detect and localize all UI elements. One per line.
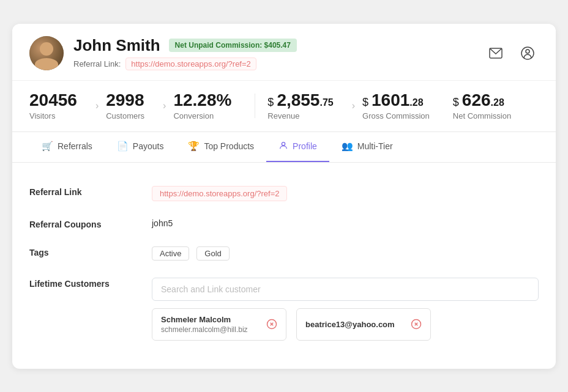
stat-gross-commission-label: Gross Commission: [362, 111, 430, 120]
commission-badge: Net Unpaid Commission: $405.47: [169, 39, 297, 52]
stat-gross-commission: $ 1601.28 Gross Commission: [362, 92, 441, 120]
customer-info-1: Schmeler Malcolm schmeler.malcolm@hill.b…: [161, 315, 248, 334]
referral-coupons-value: john5: [152, 218, 539, 228]
user-button[interactable]: [517, 42, 539, 64]
svg-point-3: [282, 142, 285, 145]
remove-customer-2-button[interactable]: [411, 319, 422, 330]
referral-coupons-label: Referral Coupons: [29, 218, 127, 229]
header-referral-row: Referral Link: https://demo.storeapps.or…: [73, 57, 297, 70]
svg-point-2: [526, 50, 529, 53]
stat-conversion-label: Conversion: [173, 111, 214, 120]
header-section: John Smith Net Unpaid Commission: $405.4…: [12, 24, 556, 81]
referral-link-field-label: Referral Link: [29, 186, 127, 197]
stat-visitors: 20456 Visitors: [29, 92, 88, 120]
tag-gold: Gold: [196, 246, 229, 261]
customer-info-2: beatrice13@yahoo.com: [305, 320, 395, 329]
stats-divider: [255, 94, 255, 118]
stat-customers-value: 2998: [106, 92, 144, 109]
stat-visitors-label: Visitors: [29, 111, 55, 120]
tabs-nav: 🛒 Referrals 📄 Payouts 🏆 Top Products Pro…: [12, 132, 556, 163]
header-left: John Smith Net Unpaid Commission: $405.4…: [29, 36, 297, 70]
search-customer-input[interactable]: [152, 278, 539, 301]
stat-conversion: 12.28% Conversion: [173, 92, 242, 120]
referral-link-badge: https://demo.storeapps.org/?ref=2: [152, 186, 287, 201]
lifetime-customers-value: Schmeler Malcolm schmeler.malcolm@hill.b…: [152, 278, 539, 341]
tab-multi-tier[interactable]: 👥 Multi-Tier: [329, 132, 405, 162]
tab-referrals-label: Referrals: [58, 141, 92, 151]
tab-payouts[interactable]: 📄 Payouts: [105, 132, 176, 162]
stat-net-commission: $ 626.28 Net Commission: [441, 92, 522, 120]
mail-button[interactable]: [485, 42, 507, 64]
arrow-icon-2: ›: [155, 100, 173, 111]
tab-profile[interactable]: Profile: [266, 132, 329, 162]
stat-visitors-value: 20456: [29, 92, 77, 109]
tags-value: Active Gold: [152, 246, 539, 261]
document-icon: 📄: [117, 141, 129, 152]
referral-link-field-value: https://demo.storeapps.org/?ref=2: [152, 186, 539, 201]
stat-revenue: $ 2,855.75 Revenue: [267, 92, 344, 120]
tab-profile-label: Profile: [293, 141, 317, 151]
cart-icon: 🛒: [42, 141, 53, 152]
stat-customers: 2998 Customers: [106, 92, 155, 120]
header-name-row: John Smith Net Unpaid Commission: $405.4…: [73, 36, 297, 55]
arrow-icon-3: ›: [345, 100, 362, 111]
stat-gross-commission-value: $ 1601.28: [362, 92, 424, 109]
stat-customers-label: Customers: [106, 111, 144, 120]
profile-row-coupons: Referral Coupons john5: [29, 210, 539, 238]
tab-referrals[interactable]: 🛒 Referrals: [29, 132, 105, 162]
customer-cards-list: Schmeler Malcolm schmeler.malcolm@hill.b…: [152, 308, 539, 341]
profile-content: Referral Link https://demo.storeapps.org…: [12, 163, 556, 369]
lifetime-customers-label: Lifetime Customers: [29, 278, 127, 289]
customer-email-1: schmeler.malcolm@hill.biz: [161, 325, 248, 334]
customer-name-2: beatrice13@yahoo.com: [305, 320, 395, 329]
arrow-icon-1: ›: [88, 100, 106, 111]
stat-net-commission-value: $ 626.28: [453, 92, 504, 109]
coupon-code: john5: [152, 218, 173, 228]
remove-customer-1-button[interactable]: [266, 319, 277, 330]
referral-link-url: https://demo.storeapps.org/?ref=2: [125, 57, 256, 70]
stat-conversion-value: 12.28%: [173, 92, 231, 109]
main-card: John Smith Net Unpaid Commission: $405.4…: [12, 24, 556, 369]
user-name: John Smith: [73, 36, 160, 55]
customer-name-1: Schmeler Malcolm: [161, 315, 248, 324]
header-info: John Smith Net Unpaid Commission: $405.4…: [73, 36, 297, 70]
tab-top-products-label: Top Products: [204, 141, 254, 151]
tags-label: Tags: [29, 246, 127, 257]
avatar: [29, 36, 64, 70]
stat-net-commission-label: Net Commission: [453, 111, 511, 120]
multi-tier-icon: 👥: [342, 141, 353, 152]
stat-revenue-label: Revenue: [267, 111, 299, 120]
trophy-icon: 🏆: [188, 141, 200, 152]
tab-multi-tier-label: Multi-Tier: [357, 141, 393, 151]
profile-row-lifetime-customers: Lifetime Customers Schmeler Malcolm schm…: [29, 269, 539, 349]
profile-row-tags: Tags Active Gold: [29, 238, 539, 269]
customer-card-2: beatrice13@yahoo.com: [296, 308, 431, 341]
tab-payouts-label: Payouts: [133, 141, 164, 151]
profile-row-referral-link: Referral Link https://demo.storeapps.org…: [29, 177, 539, 210]
tab-top-products[interactable]: 🏆 Top Products: [176, 132, 266, 162]
tag-active: Active: [152, 246, 189, 261]
profile-icon: [278, 141, 288, 152]
referral-link-label: Referral Link:: [73, 59, 121, 68]
header-actions: [485, 42, 539, 64]
stat-revenue-value: $ 2,855.75: [267, 92, 333, 109]
stats-section: 20456 Visitors › 2998 Customers › 12.28%…: [12, 81, 556, 132]
customer-card-1: Schmeler Malcolm schmeler.malcolm@hill.b…: [152, 308, 286, 341]
